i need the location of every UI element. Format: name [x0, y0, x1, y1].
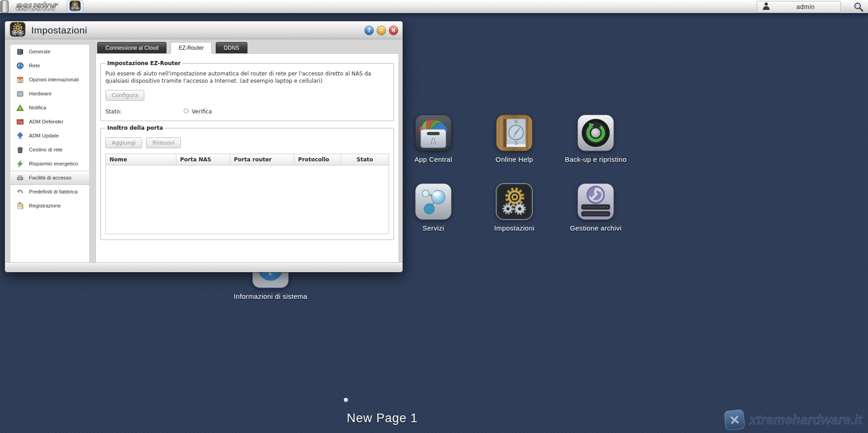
- status-value: Verifica: [192, 108, 212, 115]
- spinner-icon: [183, 108, 189, 115]
- sidebar-item-generale[interactable]: Generale: [10, 45, 89, 59]
- status-label: Stato:: [105, 108, 183, 115]
- settings-gears-icon: [496, 183, 533, 220]
- desktop-icon-impostazioni[interactable]: Impostazioni: [476, 183, 553, 232]
- xtremehardware-logo-icon: ✕: [723, 409, 746, 432]
- port-forwarding-group: Inoltro della porta Aggiungi Rimuovi Nom…: [100, 125, 394, 240]
- table-body-empty: [105, 165, 389, 234]
- svg-text:S: S: [515, 141, 518, 146]
- watermark: ✕ xtremehardware.it: [724, 409, 863, 430]
- help-button[interactable]: ?: [365, 26, 374, 35]
- tab-strip: Connessione al Cloud EZ-Router DDNS: [97, 42, 398, 54]
- sidebar-item-label: Registrazione: [29, 202, 80, 209]
- window-title: Impostazioni: [31, 25, 87, 36]
- page-label: New Page 1: [335, 411, 430, 425]
- desktop-icon-label: Servizi: [395, 224, 472, 232]
- svg-text:✕: ✕: [729, 413, 741, 428]
- sidebar-item-risparmio-energetico[interactable]: Risparmio energetico: [10, 157, 89, 171]
- search-icon[interactable]: [853, 1, 864, 13]
- sidebar-item-rete[interactable]: Rete: [10, 59, 89, 73]
- settings-gears-icon: [9, 22, 26, 39]
- sidebar-item-label: Rete: [29, 62, 80, 69]
- lightning-icon: [16, 160, 24, 168]
- taskbar-item-impostazioni[interactable]: [67, 0, 83, 13]
- alert-triangle-icon: [16, 104, 24, 112]
- tab-content-ez-router: Impostazione EZ-Router Può essere di aiu…: [95, 53, 399, 263]
- app-central-icon: A: [415, 114, 452, 151]
- column-header-nome[interactable]: Nome: [106, 154, 176, 165]
- desktop-icon-app-central[interactable]: A App Central: [395, 114, 472, 163]
- sidebar-item-registrazione[interactable]: Registrazione: [10, 199, 89, 213]
- svg-text:A: A: [429, 135, 438, 149]
- close-button[interactable]: ✕: [389, 26, 398, 35]
- user-icon: [762, 1, 771, 12]
- sidebar-item-hardware[interactable]: Hardware: [10, 87, 89, 101]
- settings-sidebar: Generale Rete Opzioni internazionali Har…: [10, 45, 89, 263]
- table-header-row: Nome Porta NAS Porta router Protocollo S…: [105, 154, 389, 165]
- calendar-icon: [16, 76, 24, 84]
- bar-collapse-handle[interactable]: [0, 0, 9, 13]
- sidebar-item-cestino-di-rete[interactable]: Cestino di rete: [10, 143, 89, 157]
- desktop-icon-label: Gestione archivi: [557, 224, 634, 232]
- ez-router-legend: Impostazione EZ-Router: [105, 60, 182, 66]
- minimize-button[interactable]: –: [377, 26, 386, 35]
- desktop-icon-gestione-archivi[interactable]: Gestione archivi: [557, 183, 634, 232]
- window-titlebar[interactable]: Impostazioni ? – ✕: [5, 21, 403, 39]
- configura-button[interactable]: Configura: [105, 90, 144, 101]
- top-bar: asustor admin: [0, 0, 868, 14]
- user-menu[interactable]: admin: [757, 1, 841, 13]
- clipboard-icon: [16, 202, 24, 210]
- sidebar-item-label: Risparmio energetico: [29, 160, 80, 167]
- desktop-icon-backup-ripristino[interactable]: Back-up e ripristino: [557, 114, 634, 163]
- sidebar-item-label: Notifica: [29, 104, 80, 111]
- sidebar-item-predefiniti-di-fabbrica[interactable]: Predefiniti di fabbrica: [10, 185, 89, 199]
- rimuovi-button[interactable]: Rimuovi: [146, 137, 181, 148]
- sidebar-item-label: Facilità di accesso: [29, 174, 80, 181]
- desktop-icon-label: Impostazioni: [476, 224, 553, 232]
- desktop-icon-servizi[interactable]: Servizi: [395, 183, 472, 232]
- sidebar-item-label: Cestino di rete: [29, 146, 80, 153]
- port-forwarding-legend: Inoltro della porta: [105, 125, 165, 131]
- ez-router-settings-group: Impostazione EZ-Router Può essere di aiu…: [100, 60, 394, 121]
- tab-ez-router[interactable]: EZ-Router: [171, 42, 212, 54]
- gears-icon: [69, 0, 81, 13]
- tab-ddns[interactable]: DDNS: [216, 42, 247, 54]
- sidebar-item-facilita-di-accesso[interactable]: Facilità di accesso: [10, 171, 89, 185]
- server-icon: [16, 48, 24, 56]
- tab-connessione-al-cloud[interactable]: Connessione al Cloud: [97, 42, 166, 54]
- desktop-icon-online-help[interactable]: N S Online Help: [476, 114, 553, 163]
- svg-text:N: N: [514, 119, 517, 124]
- router-icon: [16, 174, 24, 182]
- firewall-icon: [16, 118, 24, 126]
- globe-icon: [16, 62, 24, 70]
- arrow-up-icon: [16, 132, 24, 140]
- sidebar-item-adm-defender[interactable]: ADM Defender: [10, 115, 89, 129]
- trash-icon: [16, 146, 24, 154]
- page-indicator-dot[interactable]: [344, 398, 348, 402]
- sidebar-item-adm-update[interactable]: ADM Update: [10, 129, 89, 143]
- disk-icon: [16, 90, 24, 98]
- column-header-porta-router[interactable]: Porta router: [230, 154, 294, 165]
- sidebar-item-notifica[interactable]: Notifica: [10, 101, 89, 115]
- online-help-icon: N S: [496, 114, 533, 151]
- undo-arrow-icon: [16, 188, 24, 196]
- sidebar-item-label: ADM Update: [29, 132, 80, 139]
- asustor-logo: asustor: [16, 0, 57, 13]
- window-footer: [5, 262, 402, 272]
- storage-manager-icon: [577, 183, 614, 220]
- desktop-icon-label: Back-up e ripristino: [557, 155, 634, 163]
- aggiungi-button[interactable]: Aggiungi: [105, 137, 142, 148]
- desktop-icon-label: Informazioni di sistema: [232, 292, 309, 300]
- desktop-icon-label: App Central: [395, 155, 472, 163]
- sidebar-item-label: Opzioni internazionali: [29, 76, 80, 83]
- services-icon: [415, 183, 452, 220]
- port-forwarding-table: Nome Porta NAS Porta router Protocollo S…: [105, 154, 389, 234]
- column-header-stato[interactable]: Stato: [341, 154, 389, 165]
- settings-window: Impostazioni ? – ✕ Generale Rete Opzioni…: [5, 21, 403, 273]
- sidebar-item-opzioni-internazionali[interactable]: Opzioni internazionali: [10, 73, 89, 87]
- sidebar-item-label: ADM Defender: [29, 118, 80, 125]
- column-header-protocollo[interactable]: Protocollo: [294, 154, 341, 165]
- sidebar-item-label: Hardware: [29, 90, 80, 97]
- desktop-icon-label: Online Help: [476, 155, 553, 163]
- column-header-porta-nas[interactable]: Porta NAS: [176, 154, 230, 165]
